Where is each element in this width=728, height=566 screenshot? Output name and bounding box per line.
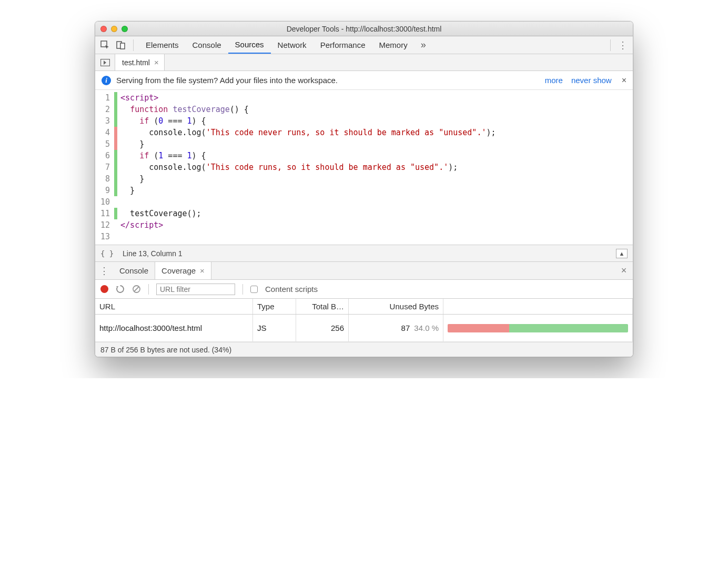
- main-toolbar: ElementsConsoleSourcesNetworkPerformance…: [95, 36, 633, 54]
- col-header-unused[interactable]: Unused Bytes: [349, 299, 443, 314]
- info-icon: i: [102, 76, 111, 85]
- clear-icon[interactable]: [132, 285, 141, 294]
- toolbar-separator: [242, 284, 243, 295]
- cell-url: http://localhost:3000/test.html: [95, 315, 253, 341]
- device-toolbar-icon[interactable]: [114, 38, 128, 52]
- toolbar-separator: [133, 39, 134, 51]
- drawer-tab-bar: ⋮ Console Coverage × ×: [95, 262, 633, 280]
- coverage-table-header: URL Type Total B… Unused Bytes: [95, 299, 633, 315]
- settings-menu-icon[interactable]: ⋮: [616, 39, 630, 51]
- coverage-status-bar: 87 B of 256 B bytes are not used. (34%): [95, 342, 633, 357]
- drawer-tab-label: Console: [119, 266, 148, 275]
- svg-rect-2: [120, 43, 125, 49]
- coverage-table-body: http://localhost:3000/test.htmlJS25687 3…: [95, 315, 633, 342]
- cell-type: JS: [253, 315, 296, 341]
- url-filter-input[interactable]: [156, 284, 235, 295]
- col-header-total[interactable]: Total B…: [296, 299, 349, 314]
- drawer-tab-label: Coverage: [161, 266, 196, 275]
- navigator-toggle-icon[interactable]: [95, 54, 115, 70]
- zoom-window-button[interactable]: [122, 26, 128, 32]
- line-number-gutter: 12345678910111213: [95, 90, 114, 245]
- record-button[interactable]: [100, 285, 108, 293]
- inspect-element-icon[interactable]: [98, 38, 112, 52]
- panel-tab-console[interactable]: Console: [186, 36, 228, 54]
- close-tab-icon[interactable]: ×: [154, 58, 159, 67]
- col-header-type[interactable]: Type: [253, 299, 296, 314]
- collapse-icon[interactable]: ▲: [616, 249, 628, 258]
- title-bar: Developer Tools - http://localhost:3000/…: [95, 22, 633, 36]
- cell-usage-bar: [443, 315, 633, 341]
- pretty-print-icon[interactable]: { }: [100, 249, 115, 258]
- code-content[interactable]: <script> function testCoverage() { if (0…: [117, 90, 633, 245]
- info-more-link[interactable]: more: [543, 76, 564, 85]
- more-panels-button[interactable]: »: [417, 39, 430, 50]
- coverage-status-text: 87 B of 256 B bytes are not used. (34%): [100, 346, 231, 354]
- drawer-tab-console[interactable]: Console: [113, 262, 155, 279]
- panel-tab-elements[interactable]: Elements: [139, 36, 186, 54]
- editor-status-bar: { } Line 13, Column 1 ▲: [95, 245, 633, 262]
- coverage-toolbar: Content scripts: [95, 280, 633, 299]
- cursor-position: Line 13, Column 1: [123, 249, 183, 258]
- panel-tab-network[interactable]: Network: [271, 36, 314, 54]
- content-scripts-checkbox[interactable]: [250, 286, 258, 293]
- cell-total: 256: [296, 315, 349, 341]
- close-tab-icon[interactable]: ×: [200, 266, 205, 275]
- col-header-bar: [443, 299, 633, 314]
- info-never-show-link[interactable]: never show: [570, 76, 613, 85]
- window-controls: [100, 26, 128, 32]
- panel-tab-sources[interactable]: Sources: [228, 36, 271, 54]
- toolbar-separator: [148, 284, 149, 295]
- toolbar-separator: [610, 39, 611, 51]
- content-scripts-label: Content scripts: [265, 285, 318, 294]
- col-header-url[interactable]: URL: [95, 299, 253, 314]
- source-editor[interactable]: 12345678910111213 <script> function test…: [95, 90, 633, 245]
- file-tab-test-html[interactable]: test.html ×: [115, 54, 165, 70]
- file-tab-bar: test.html ×: [95, 54, 633, 71]
- devtools-window: Developer Tools - http://localhost:3000/…: [95, 21, 633, 357]
- panel-tab-performance[interactable]: Performance: [314, 36, 372, 54]
- info-text: Serving from the file system? Add your f…: [116, 76, 338, 85]
- info-close-icon[interactable]: ×: [619, 76, 626, 85]
- cell-unused: 87 34.0 %: [349, 315, 443, 341]
- drawer-menu-icon[interactable]: ⋮: [95, 262, 113, 279]
- drawer-tab-coverage[interactable]: Coverage ×: [155, 262, 211, 279]
- coverage-row[interactable]: http://localhost:3000/test.htmlJS25687 3…: [95, 315, 633, 342]
- minimize-window-button[interactable]: [111, 26, 117, 32]
- window-title: Developer Tools - http://localhost:3000/…: [95, 25, 633, 33]
- reload-icon[interactable]: [116, 285, 125, 294]
- panel-tab-memory[interactable]: Memory: [372, 36, 414, 54]
- file-tab-label: test.html: [122, 58, 150, 67]
- close-drawer-icon[interactable]: ×: [615, 262, 633, 279]
- panel-tabs: ElementsConsoleSourcesNetworkPerformance…: [139, 36, 414, 54]
- workspace-info-bar: i Serving from the file system? Add your…: [95, 71, 633, 90]
- svg-line-5: [134, 287, 139, 291]
- close-window-button[interactable]: [100, 26, 107, 32]
